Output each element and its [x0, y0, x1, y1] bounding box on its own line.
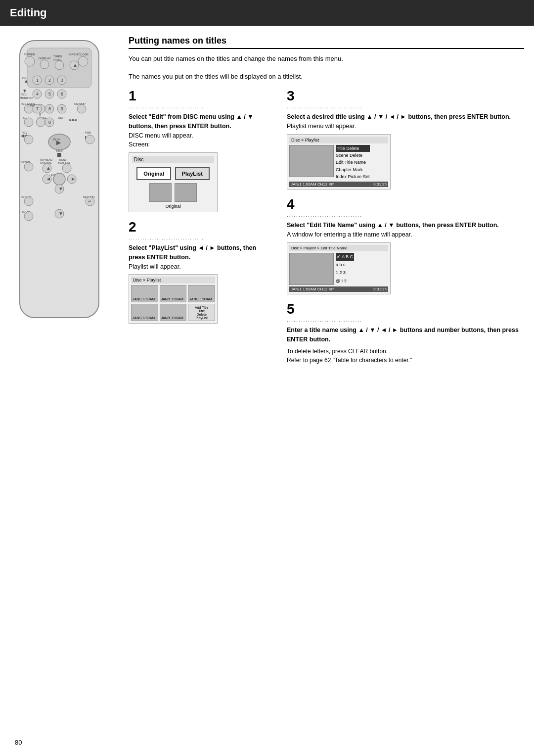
step-3: 3 ................................ Selec…	[287, 89, 524, 189]
remote-control-svg: POWER OPEN/CLOSE DISPLAY TIMER PROG. ▲ C…	[10, 36, 109, 323]
char-option-3: 1 2 3	[336, 269, 354, 277]
instructions-column: Putting names on titles You can put titl…	[129, 36, 524, 370]
step-2: 2 ................................ Selec…	[129, 220, 272, 324]
step-3-text: Select a desired title using ▲ / ▼ / ◄ /…	[287, 112, 524, 131]
menu-item-5: Index Picture Set	[336, 173, 370, 180]
svg-point-5	[78, 56, 88, 66]
edit-title-breadcrumb: Disc > Playlist > Edit Title Name	[289, 245, 388, 251]
right-steps: 3 ................................ Selec…	[287, 89, 524, 370]
step-1-bold: Select "Edit" from DISC menu using ▲ / ▼…	[129, 113, 254, 130]
step-4-bold: Select "Edit Title Name" using ▲ / ▼ but…	[287, 222, 499, 229]
step-1-text: Select "Edit" from DISC menu using ▲ / ▼…	[129, 112, 272, 149]
char-option-1: ✔ A B C	[336, 253, 354, 261]
svg-text:3: 3	[61, 78, 63, 83]
svg-text:MONITOR: MONITOR	[20, 96, 33, 99]
svg-text:OPEN/CLOSE: OPEN/CLOSE	[69, 53, 89, 56]
svg-text:FWD: FWD	[85, 131, 91, 134]
left-steps: 1 ................................ Selec…	[129, 89, 272, 370]
svg-text:▶: ▶	[56, 139, 61, 146]
svg-text:STOP: STOP	[56, 149, 63, 152]
svg-text:TIMER: TIMER	[53, 55, 62, 58]
svg-text:6: 6	[61, 92, 63, 96]
step-1-sub: DISC menu will appear.	[129, 132, 193, 139]
svg-text:7: 7	[36, 106, 39, 111]
step-4-text: Select "Edit Title Name" using ▲ / ▼ but…	[287, 221, 524, 239]
disc-caption: Original	[132, 204, 214, 209]
svg-text:▼: ▼	[58, 186, 63, 191]
playlist-breadcrumb: Disc > Playlist	[131, 277, 215, 284]
playlist-item-2: JAN/1 1:00AM	[161, 297, 185, 301]
step-1-dots: ................................	[129, 104, 272, 109]
intro-text-2: The names you put on the titles will be …	[129, 72, 524, 82]
step-2-text: Select "PlayList" using ◄ / ► buttons, t…	[129, 243, 272, 271]
step-5-sub2-text: Refer to page 62 "Table for characters t…	[287, 357, 412, 364]
svg-text:9: 9	[61, 106, 63, 111]
svg-rect-61	[57, 153, 61, 157]
svg-text:▼: ▼	[58, 211, 63, 216]
svg-point-10	[55, 61, 64, 70]
svg-text:►: ►	[71, 176, 76, 182]
svg-point-59	[86, 135, 94, 144]
svg-point-80	[24, 197, 33, 206]
step-1-number: 1	[129, 89, 272, 103]
menu-item-3: Edit Title Name	[336, 159, 370, 166]
svg-text:2: 2	[48, 78, 51, 83]
svg-point-7	[40, 60, 49, 69]
svg-point-85	[24, 212, 33, 221]
svg-text:▲: ▲	[46, 165, 51, 171]
step-1: 1 ................................ Selec…	[129, 89, 272, 212]
playlist-screen-mockup: Disc > Playlist JAN/1 1:00AM JAN/1 1:00A…	[129, 274, 218, 324]
step-1-sub2: Screen:	[129, 141, 150, 148]
svg-point-74	[53, 173, 65, 185]
svg-text:POWER: POWER	[24, 53, 35, 56]
svg-point-70	[62, 164, 71, 173]
svg-text:5: 5	[48, 92, 51, 96]
svg-text:PLAY LIST: PLAY LIST	[58, 161, 70, 164]
playlist-item-1: JAN/1 1:00AM	[133, 297, 157, 301]
svg-text:⏮⏭: ⏮⏭	[69, 118, 77, 122]
title-menu-screen: Disc > Playlist Title Delete Scene Delet…	[287, 134, 391, 190]
disc-screen-mockup: Disc Original PlayList Original	[129, 152, 218, 212]
disc-screen-title: Disc	[132, 156, 214, 163]
svg-text:REC: REC	[21, 93, 27, 96]
title-menu-breadcrumb: Disc > Playlist	[289, 137, 388, 143]
remote-control-column: POWER OPEN/CLOSE DISPLAY TIMER PROG. ▲ C…	[10, 36, 119, 370]
playlist-item-5: JAN/1 1:00AM	[161, 316, 185, 320]
step-2-sub: Playlist will appear.	[129, 263, 181, 270]
step-3-number: 3	[287, 89, 524, 103]
svg-point-3	[25, 56, 35, 66]
intro-text-1: You can put title names on the titles an…	[129, 54, 524, 64]
disc-original-btn: Original	[136, 167, 171, 180]
section-title: Putting names on titles	[129, 36, 524, 49]
step-5-sub2: Refer to page 62 "Table for characters t…	[287, 357, 524, 364]
step-2-dots: ................................	[129, 235, 272, 240]
step-3-bold: Select a desired title using ▲ / ▼ / ◄ /…	[287, 113, 511, 120]
step-5-sub-text: To delete letters, press CLEAR button.	[287, 348, 388, 355]
svg-text:DISPLAY: DISPLAY	[39, 57, 51, 60]
step-5-text: Enter a title name using ▲ / ▼ / ◄ / ► b…	[287, 326, 524, 344]
svg-text:1: 1	[36, 78, 39, 83]
svg-text:◄: ◄	[46, 176, 51, 182]
svg-point-43	[24, 118, 33, 127]
step-4-number: 4	[287, 197, 524, 211]
svg-text:8: 8	[48, 106, 51, 111]
menu-item-2: Scene Delete	[336, 152, 370, 159]
svg-text:⏸: ⏸	[39, 113, 42, 116]
svg-text:4: 4	[36, 92, 39, 96]
svg-text:SKIP: SKIP	[58, 116, 65, 119]
svg-text:↵: ↵	[88, 199, 92, 204]
step-5-number: 5	[287, 302, 524, 316]
step-5: 5 ................................ Enter…	[287, 302, 524, 364]
menu-item-4: Chapter Mark	[336, 166, 370, 173]
step-5-sub: To delete letters, press CLEAR button.	[287, 348, 524, 355]
edit-title-screen: Disc > Playlist > Edit Title Name ✔ A B …	[287, 242, 391, 294]
playlist-item-4: JAN/1 1:00AM	[133, 316, 157, 320]
step-4: 4 ................................ Selec…	[287, 197, 524, 294]
title-menu-bottom-left: JAN/1 1:00AM CH12 XP	[291, 182, 334, 187]
svg-text:0: 0	[48, 120, 51, 125]
edit-title-bottom-right: 0:01:25	[373, 287, 387, 291]
char-option-2: a b c	[336, 261, 354, 269]
step-3-sub: Playlist menu will appear.	[287, 123, 356, 130]
disc-playlist-btn: PlayList	[175, 167, 210, 180]
page-header: Editing	[0, 0, 534, 26]
